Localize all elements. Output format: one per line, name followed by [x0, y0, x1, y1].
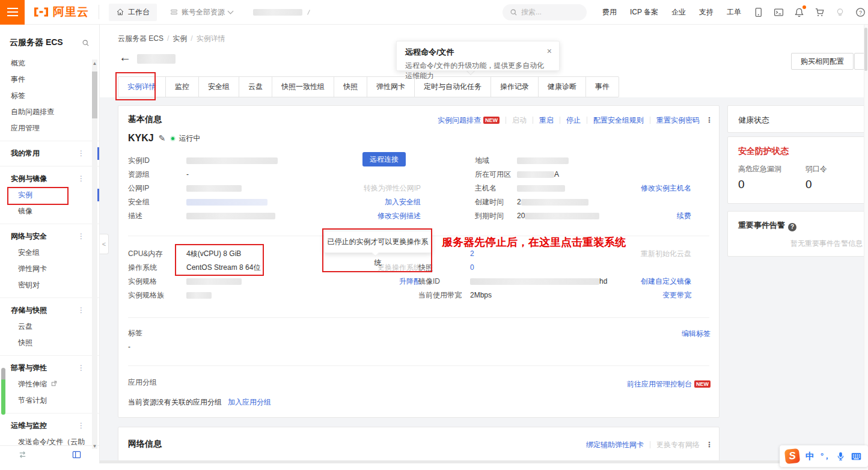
sidebar-scrollbar-thumb[interactable]: [92, 72, 97, 118]
sidebar-group-favorites[interactable]: 我的常用: [0, 145, 99, 162]
tab-disks[interactable]: 云盘: [239, 77, 272, 97]
cart-icon[interactable]: [815, 7, 825, 17]
sogou-logo-icon[interactable]: S: [784, 448, 800, 464]
breadcrumb-instances[interactable]: 实例: [173, 34, 192, 44]
sidebar-item-app-management[interactable]: 应用管理: [0, 120, 99, 136]
buy-same-config-button[interactable]: 购买相同配置: [791, 53, 854, 70]
configure-sg-rules-link[interactable]: 配置安全组规则: [593, 115, 644, 126]
hamburger-icon[interactable]: [0, 0, 25, 25]
sidebar-item-eni[interactable]: 弹性网卡: [0, 261, 99, 277]
convert-to-eip-link[interactable]: 转换为弹性公网IP: [364, 183, 421, 194]
snapshot-count-link[interactable]: 0: [470, 263, 474, 272]
mobile-app-icon[interactable]: [753, 7, 763, 17]
join-sg-link[interactable]: 加入安全组: [385, 197, 421, 207]
back-arrow[interactable]: ←: [119, 50, 131, 64]
page-scrollbar-thumb[interactable]: [864, 28, 867, 71]
sidebar-collapse-handle[interactable]: <: [100, 234, 109, 254]
tab-snapshots[interactable]: 快照: [334, 77, 367, 97]
more-icon[interactable]: [78, 145, 85, 162]
edit-name-icon[interactable]: [159, 133, 166, 143]
stop-link[interactable]: 停止: [566, 115, 581, 126]
remote-connect-button[interactable]: 远程连接: [362, 152, 406, 166]
sidebar-item-keypairs[interactable]: 密钥对: [0, 277, 99, 293]
change-os-link[interactable]: 更换操作系统: [377, 263, 421, 273]
sidebar-group-ops-monitoring[interactable]: 运维与监控: [0, 418, 99, 434]
reboot-link[interactable]: 重启: [539, 115, 554, 126]
edit-description-link[interactable]: 修改实例描述: [377, 211, 421, 221]
sidebar-item-images[interactable]: 镜像: [0, 203, 99, 219]
collapse-panel-icon[interactable]: [72, 450, 81, 459]
sidebar-search-icon[interactable]: [82, 39, 90, 47]
tab-snapshot-consistency-groups[interactable]: 快照一致性组: [272, 77, 334, 97]
sidebar-group-deployment-elasticity[interactable]: 部署与弹性: [0, 360, 99, 376]
nav-icp[interactable]: ICP 备案: [630, 7, 658, 17]
sidebar-item-troubleshoot[interactable]: 自助问题排查: [0, 104, 99, 120]
troubleshoot-link[interactable]: 实例问题排查: [438, 115, 481, 126]
tab-monitoring[interactable]: 监控: [166, 77, 199, 97]
help-icon[interactable]: ?: [855, 7, 866, 17]
sidebar-item-overview[interactable]: 概览: [0, 55, 99, 72]
swap-arrows-icon[interactable]: [18, 450, 27, 459]
upgrade-downgrade-link[interactable]: 升降配: [399, 276, 421, 287]
search-input[interactable]: [521, 8, 575, 16]
lightbulb-icon[interactable]: [835, 7, 845, 17]
start-link[interactable]: 启动: [512, 115, 527, 126]
more-icon[interactable]: [78, 360, 85, 376]
tab-instance-details[interactable]: 实例详情: [118, 77, 166, 97]
sidebar-item-events[interactable]: 事件: [0, 72, 99, 88]
join-app-group-link[interactable]: 加入应用分组: [228, 397, 271, 407]
more-icon[interactable]: [706, 441, 713, 449]
field-label: 公网IP: [128, 183, 186, 194]
nav-billing[interactable]: 费用: [602, 7, 617, 17]
bell-icon[interactable]: [794, 7, 804, 17]
change-bandwidth-link[interactable]: 变更带宽: [662, 290, 691, 301]
sidebar-item-disks[interactable]: 云盘: [0, 319, 99, 335]
breadcrumb-ecs[interactable]: 云服务器 ECS: [118, 34, 169, 44]
page-scrollbar-track[interactable]: [864, 25, 868, 460]
ime-language-toggle[interactable]: 中: [805, 451, 815, 462]
nav-enterprise[interactable]: 企业: [671, 7, 686, 17]
reset-password-link[interactable]: 重置实例密码: [656, 115, 700, 126]
cloudshell-icon[interactable]: [774, 7, 784, 17]
sidebar-group-storage-snapshots[interactable]: 存储与快照: [0, 302, 99, 319]
tab-events[interactable]: 事件: [586, 77, 619, 97]
tab-security-groups[interactable]: 安全组: [199, 77, 239, 97]
sidebar-group-instances-images[interactable]: 实例与镜像: [0, 171, 99, 187]
microphone-icon[interactable]: [836, 451, 845, 461]
vuln-value[interactable]: 0: [738, 178, 805, 191]
edit-hostname-link[interactable]: 修改实例主机名: [641, 183, 691, 194]
sidebar-group-network-security[interactable]: 网络与安全: [0, 228, 99, 245]
disks-count-link[interactable]: 2: [470, 249, 474, 258]
account-resources-dropdown[interactable]: 账号全部资源: [170, 7, 233, 17]
renew-link[interactable]: 续费: [677, 211, 691, 221]
change-vpc-link[interactable]: 更换专有网络: [656, 440, 700, 450]
more-icon[interactable]: [78, 228, 85, 245]
nav-tickets[interactable]: 工单: [727, 7, 741, 17]
scroll-up-arrow[interactable]: ▲: [92, 61, 97, 66]
close-icon[interactable]: ×: [547, 46, 552, 56]
more-icon[interactable]: [78, 171, 85, 187]
sidebar-item-snapshots[interactable]: 快照: [0, 335, 99, 351]
create-custom-image-link[interactable]: 创建自定义镜像: [641, 276, 691, 287]
sidebar-item-instances[interactable]: 实例: [0, 187, 99, 203]
more-icon[interactable]: [706, 116, 713, 124]
global-search[interactable]: [503, 4, 587, 20]
keyboard-icon[interactable]: [851, 452, 861, 461]
edit-tags-link[interactable]: 编辑标签: [682, 329, 711, 339]
sidebar-item-auto-scaling[interactable]: 弹性伸缩: [0, 376, 99, 392]
more-icon[interactable]: [78, 418, 85, 434]
sidebar-item-tags[interactable]: 标签: [0, 88, 99, 104]
workbench-button[interactable]: 工作台: [109, 4, 157, 21]
bind-eni-link[interactable]: 绑定辅助弹性网卡: [586, 440, 644, 450]
sidebar-item-security-groups[interactable]: 安全组: [0, 245, 99, 261]
reinitialize-disk-link[interactable]: 重新初始化云盘: [641, 249, 691, 259]
help-circle-icon[interactable]: ?: [788, 223, 796, 231]
sidebar-item-savings-plans[interactable]: 节省计划: [0, 392, 99, 409]
aliyun-logo[interactable]: 阿里云: [33, 4, 89, 20]
goto-app-console-link[interactable]: 前往应用管理控制台: [627, 379, 692, 389]
more-icon[interactable]: [78, 302, 85, 319]
weak-password-value[interactable]: 0: [805, 178, 827, 191]
scroll-down-arrow[interactable]: ▼: [92, 444, 97, 449]
nav-support[interactable]: 支持: [699, 7, 714, 17]
ime-punctuation-toggle[interactable]: °，: [821, 451, 830, 462]
